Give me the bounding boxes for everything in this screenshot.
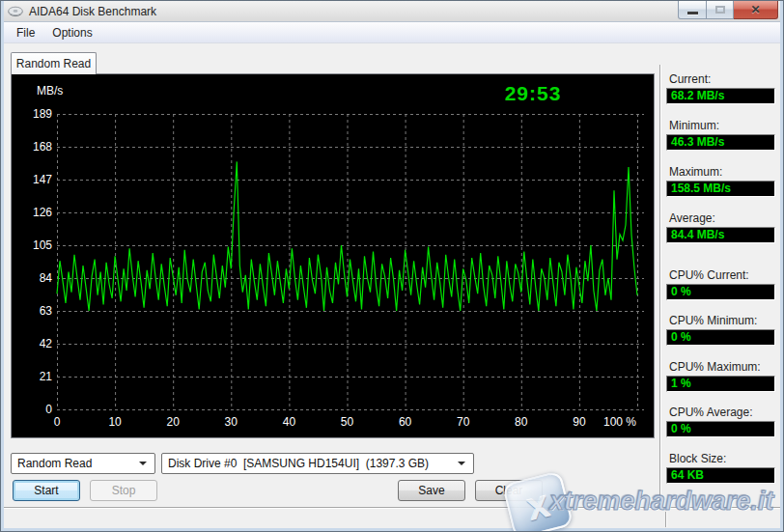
disk-icon [8,6,23,17]
drive-value: Disk Drive #0 [SAMSUNG HD154UI] (1397.3 … [162,457,458,470]
menu-file[interactable]: File [9,24,42,42]
x-tick-label: 100 % [591,415,649,429]
y-tick-label: 168 [12,140,52,154]
y-tick-label: 105 [12,238,52,252]
dropdown-arrow-icon [139,462,147,465]
stat-minimum: Minimum: 46.3 MB/s [666,119,775,151]
y-tick-label: 0 [12,403,52,416]
stat-label: Minimum: [669,119,775,132]
y-tick-label: 42 [12,337,52,350]
maximize-icon [715,6,725,14]
window-title: AIDA64 Disk Benchmark [29,5,156,18]
x-tick-label: 60 [377,415,434,429]
y-tick-label: 63 [12,304,52,318]
panel-separator [659,65,661,506]
x-tick-label: 20 [144,415,202,429]
x-tick-label: 80 [492,415,550,429]
benchmark-chart: MB/s 29:53 189168147126105846342210 0102… [11,73,655,438]
status-bar [2,507,784,530]
stat-block-size: Block Size: 64 KB [666,452,775,484]
minimize-button[interactable] [678,1,707,19]
drive-dropdown[interactable]: Disk Drive #0 [SAMSUNG HD154UI] (1397.3 … [161,453,474,474]
stat-cpu-average: CPU% Average: 0 % [666,406,775,437]
stop-button[interactable]: Stop [90,480,157,501]
stat-cpu-maximum: CPU% Maximum: 1 % [666,360,775,392]
stat-current: Current: 68.2 MB/s [666,72,775,104]
stat-label: Current: [669,72,775,86]
x-tick-label: 0 [28,415,86,429]
minimize-icon [687,12,698,14]
stat-value: 84.4 MB/s [666,227,775,243]
y-tick-label: 147 [12,173,52,186]
stat-label: Average: [669,211,775,225]
x-tick-label: 40 [260,415,318,429]
menu-bar: File Options [2,22,784,43]
stat-label: CPU% Maximum: [669,360,775,374]
stat-maximum: Maximum: 158.5 MB/s [666,165,775,197]
x-tick-label: 30 [202,415,260,429]
maximize-button[interactable] [707,1,734,19]
start-button[interactable]: Start [13,480,80,501]
stat-label: CPU% Average: [669,406,775,419]
stat-average: Average: 84.4 MB/s [666,211,775,243]
stat-value: 0 % [666,329,775,346]
benchmark-type-value: Random Read [12,457,139,470]
x-tick-label: 70 [434,415,492,429]
stat-value: 0 % [666,421,775,437]
y-axis-unit: MB/s [37,84,63,98]
elapsed-timer: 29:53 [475,82,591,105]
app-window: AIDA64 Disk Benchmark ✕ File Options Ran… [0,0,784,532]
x-tick-label: 50 [319,415,377,429]
stat-label: CPU% Current: [669,268,775,282]
close-button[interactable]: ✕ [734,1,778,19]
stat-value: 1 % [666,376,775,392]
tab-random-read[interactable]: Random Read [11,52,97,74]
stat-value: 158.5 MB/s [666,181,775,197]
stat-value: 68.2 MB/s [666,88,775,104]
dropdown-arrow-icon [458,462,465,465]
title-bar[interactable]: AIDA64 Disk Benchmark ✕ [1,1,783,22]
status-bar-divider [665,512,667,527]
stat-label: CPU% Minimum: [669,314,775,327]
save-button[interactable]: Save [398,480,465,501]
menu-options[interactable]: Options [44,24,99,42]
chart-canvas [12,74,654,437]
stat-value: 46.3 MB/s [666,134,775,151]
benchmark-type-dropdown[interactable]: Random Read [11,453,155,474]
y-tick-label: 189 [12,107,52,121]
y-tick-label: 84 [12,271,52,285]
stat-cpu-current: CPU% Current: 0 % [666,268,775,300]
y-tick-label: 21 [12,370,52,383]
stat-label: Maximum: [669,165,775,179]
stat-cpu-minimum: CPU% Minimum: 0 % [666,314,775,346]
stat-label: Block Size: [669,452,775,465]
y-tick-label: 126 [12,206,52,219]
x-tick-label: 10 [86,415,144,429]
stat-value: 0 % [666,284,775,300]
clear-button[interactable]: Clear [475,480,543,501]
stat-value: 64 KB [666,467,775,484]
close-icon: ✕ [750,4,760,15]
